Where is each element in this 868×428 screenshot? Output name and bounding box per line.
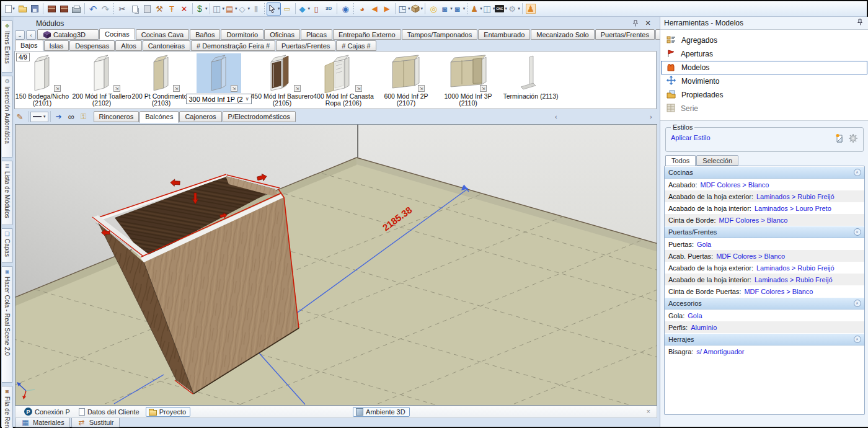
- style-property-row[interactable]: Acabado de la hoja interior:Laminados > …: [665, 202, 864, 214]
- tab-entamburado[interactable]: Entamburado: [478, 29, 530, 40]
- door-dimension-button[interactable]: ▯: [310, 2, 322, 16]
- insert-variant-icon[interactable]: ⇲: [355, 85, 362, 92]
- tools-menu-item-agregados[interactable]: Agregados: [660, 33, 868, 47]
- property-value-link[interactable]: Laminados > Rubio Freijó: [756, 264, 835, 272]
- property-value-link[interactable]: Gola: [688, 312, 702, 319]
- module-item-6[interactable]: ⇲400 Mód Inf CanastaRopa (2106): [314, 53, 373, 108]
- sidebar-tab-inserci-n-autom-tica[interactable]: ⚙Inserción Automática: [2, 76, 13, 158]
- collapse-chevron-icon[interactable]: «: [854, 228, 861, 236]
- column-button[interactable]: ▮: [250, 2, 262, 16]
- lock-materials-button[interactable]: ⚿: [78, 110, 90, 123]
- module-item-8[interactable]: ⇲1000 Mód Inf 3P(2110): [438, 53, 498, 108]
- new-style-icon[interactable]: [835, 133, 844, 146]
- save-button[interactable]: [29, 2, 41, 16]
- tab-placas[interactable]: Placas: [301, 29, 332, 40]
- collapse-chevron-icon[interactable]: «: [854, 336, 861, 343]
- property-value-link[interactable]: Laminados > Rubio Freijó: [755, 276, 833, 283]
- style-property-row[interactable]: Acabado de la hoja interior:Laminados > …: [665, 274, 864, 285]
- pin-icon[interactable]: [857, 19, 863, 27]
- tab-scroll-left-button[interactable]: ‹: [26, 30, 36, 40]
- status-item-proyecto[interactable]: Proyecto: [146, 407, 190, 417]
- tools-menu-item-serie[interactable]: Serie: [660, 102, 868, 115]
- import-module-button[interactable]: ➔: [53, 110, 65, 123]
- module-thumbnail[interactable]: ⇲: [79, 53, 124, 93]
- close-icon[interactable]: ×: [647, 408, 650, 415]
- module-library-button[interactable]: [58, 2, 70, 16]
- delete-button[interactable]: ✕: [178, 2, 190, 16]
- paint-roller-button[interactable]: Ŧ: [166, 2, 178, 16]
- sidebar-tab-capas[interactable]: ❏Capas: [2, 228, 13, 263]
- group-tab-cajoneros[interactable]: Cajoneros: [179, 111, 221, 122]
- navigate-forward-button[interactable]: ▶: [381, 2, 393, 16]
- tab-cocinas-cava[interactable]: Cocinas Cava: [136, 29, 189, 40]
- subtab-despensas[interactable]: Despensas: [69, 40, 115, 51]
- insert-style-button[interactable]: ✎: [14, 110, 26, 123]
- property-value-link[interactable]: MDF Colores > Blanco: [744, 288, 813, 295]
- new-document-button[interactable]: ▾: [4, 2, 16, 16]
- module-item-9[interactable]: Terminación (2113): [501, 53, 560, 108]
- styles-section-header-cocinas[interactable]: Cocinas«: [665, 167, 864, 179]
- style-property-row[interactable]: Bisagra:s/ Amortiguador: [665, 346, 864, 357]
- scroll-left-icon[interactable]: ‹: [555, 113, 557, 120]
- tab-mecanizado-solo[interactable]: Mecanizado Solo: [531, 29, 594, 40]
- module-item-7[interactable]: ⇲600 Mód Inf 2P(2107): [376, 53, 436, 108]
- redo-button[interactable]: ↷: [99, 2, 112, 16]
- close-icon[interactable]: ✕: [644, 19, 652, 27]
- group-tab-p-electrodom-sticos[interactable]: P/Electrodomésticos: [223, 111, 296, 122]
- property-value-link[interactable]: MDF Colores > Blanco: [700, 181, 769, 189]
- module-catalog-button[interactable]: [45, 2, 58, 16]
- sidebar-tab-fila-de-render-real-s[interactable]: ◙Fila de Render - Real S: [2, 386, 13, 428]
- tab-list-dropdown-button[interactable]: ⌄: [15, 30, 25, 40]
- module-thumbnail[interactable]: [508, 53, 553, 93]
- dimension-3d-button[interactable]: 3D: [322, 2, 335, 16]
- insert-variant-icon[interactable]: ⇲: [113, 85, 120, 92]
- person-walkthrough-button[interactable]: ♟▾: [469, 2, 482, 16]
- property-value-link[interactable]: MDF Colores > Blanco: [716, 252, 785, 260]
- tab-dormitorio[interactable]: Dormitorio: [221, 29, 264, 40]
- tab-catalog3d[interactable]: Catalog3D: [37, 29, 99, 40]
- insert-variant-icon[interactable]: ⇲: [231, 85, 237, 92]
- user-profile-button[interactable]: ♟: [525, 2, 537, 16]
- budget-button[interactable]: $▾: [195, 2, 208, 16]
- tools-menu-item-aperturas[interactable]: Aperturas: [660, 47, 868, 61]
- undo-button[interactable]: ↶: [87, 2, 99, 16]
- insert-variant-icon[interactable]: ⇲: [294, 85, 301, 92]
- tab-oficinas[interactable]: Oficinas: [264, 29, 300, 40]
- viewport-3d[interactable]: 2185.38: [15, 124, 657, 406]
- dock-tab-sustituir[interactable]: ⇄Sustituir: [71, 418, 120, 427]
- cnc-export-button[interactable]: CNC▾: [495, 2, 507, 16]
- status-item-ambiente-3d[interactable]: Ambiente 3D: [353, 407, 410, 417]
- module-item-4[interactable]: ⇲300 Mód Inf 1P (2∨: [189, 53, 249, 108]
- subtab-bajos[interactable]: Bajos: [15, 40, 43, 51]
- copy-button[interactable]: [128, 2, 141, 16]
- group-tab-balc-nes[interactable]: Balcónes: [140, 111, 179, 123]
- view-window-button[interactable]: ◳▾: [397, 2, 410, 16]
- measure-button[interactable]: ▭: [281, 2, 293, 16]
- tools-menu-item-movimiento[interactable]: Movimiento: [660, 74, 868, 88]
- module-item-5[interactable]: ⇲450 Mód Inf Basurero(2105): [252, 53, 312, 108]
- property-value-link[interactable]: MDF Colores > Blanco: [719, 216, 787, 224]
- apply-style-link[interactable]: Aplicar Estilo: [671, 134, 711, 141]
- tab-entrepa-o-externo[interactable]: Entrepaño Externo: [333, 29, 401, 40]
- subtab--demonstra-o-feira-[interactable]: # Demonstração Feira #: [191, 40, 275, 51]
- module-item-1[interactable]: ⇲150 Bodega/Nicho(2101): [12, 53, 72, 108]
- module-thumbnail[interactable]: ⇲: [260, 53, 304, 93]
- line-type-dropdown-button[interactable]: ▾: [30, 110, 48, 123]
- visibility-eye-button[interactable]: ◉: [339, 2, 352, 16]
- styles-section-header-accesorios[interactable]: Accesorios«: [665, 298, 864, 310]
- style-property-row[interactable]: Perfis:Aluminio: [665, 321, 864, 333]
- style-property-row[interactable]: Acab. Puertas:MDF Colores > Blanco: [665, 250, 864, 262]
- property-value-link[interactable]: Laminados > Rubio Freijó: [756, 193, 835, 200]
- styles-tab-todos[interactable]: Todos: [665, 155, 696, 166]
- camera-b-button[interactable]: ◙▾: [453, 2, 466, 16]
- light-button[interactable]: ◎: [427, 2, 440, 16]
- navigate-back-button[interactable]: ◀: [368, 2, 381, 16]
- module-thumbnail[interactable]: ⇲: [197, 53, 241, 93]
- module-thumbnail[interactable]: ⇲: [446, 53, 490, 93]
- wall-layout-button[interactable]: ◫▾: [212, 2, 225, 16]
- group-tab-rinconeros[interactable]: Rinconeros: [94, 111, 140, 122]
- styles-tab-selecci-n[interactable]: Selección: [696, 155, 738, 166]
- module-thumbnail[interactable]: ⇲: [139, 53, 184, 93]
- select-cursor-button[interactable]: ▾: [267, 2, 281, 16]
- build-tool-button[interactable]: ⚒: [153, 2, 166, 16]
